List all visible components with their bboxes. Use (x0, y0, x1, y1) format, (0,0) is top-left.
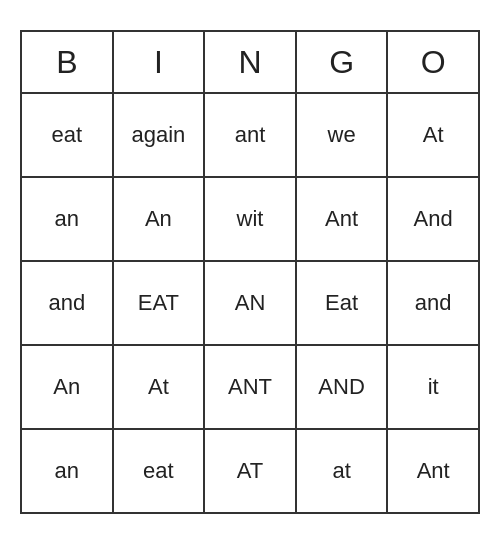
cell-r4-c3: ANT (205, 346, 297, 428)
cell-r2-c1: an (22, 178, 114, 260)
cell-r4-c4: AND (297, 346, 389, 428)
cell-r1-c5: At (388, 94, 478, 176)
row-3: andEATANEatand (22, 262, 478, 346)
cell-r1-c1: eat (22, 94, 114, 176)
cell-r2-c3: wit (205, 178, 297, 260)
cell-r5-c5: Ant (388, 430, 478, 512)
header-n: N (205, 32, 297, 92)
cell-r1-c3: ant (205, 94, 297, 176)
header-row: B I N G O (22, 32, 478, 94)
cell-r4-c2: At (114, 346, 206, 428)
cell-r5-c3: AT (205, 430, 297, 512)
header-i: I (114, 32, 206, 92)
row-5: aneatATatAnt (22, 430, 478, 512)
bingo-card: B I N G O eatagainantweAtanAnwitAntAndan… (20, 30, 480, 514)
cell-r3-c1: and (22, 262, 114, 344)
cell-r3-c3: AN (205, 262, 297, 344)
cell-r5-c2: eat (114, 430, 206, 512)
cell-r1-c4: we (297, 94, 389, 176)
cell-r2-c4: Ant (297, 178, 389, 260)
cell-r3-c4: Eat (297, 262, 389, 344)
cell-r2-c5: And (388, 178, 478, 260)
row-2: anAnwitAntAnd (22, 178, 478, 262)
cell-r3-c5: and (388, 262, 478, 344)
header-b: B (22, 32, 114, 92)
cell-r2-c2: An (114, 178, 206, 260)
cell-r5-c1: an (22, 430, 114, 512)
cell-r4-c5: it (388, 346, 478, 428)
row-1: eatagainantweAt (22, 94, 478, 178)
cell-r3-c2: EAT (114, 262, 206, 344)
cell-r1-c2: again (114, 94, 206, 176)
cell-r5-c4: at (297, 430, 389, 512)
row-4: AnAtANTANDit (22, 346, 478, 430)
header-o: O (388, 32, 478, 92)
header-g: G (297, 32, 389, 92)
cell-r4-c1: An (22, 346, 114, 428)
